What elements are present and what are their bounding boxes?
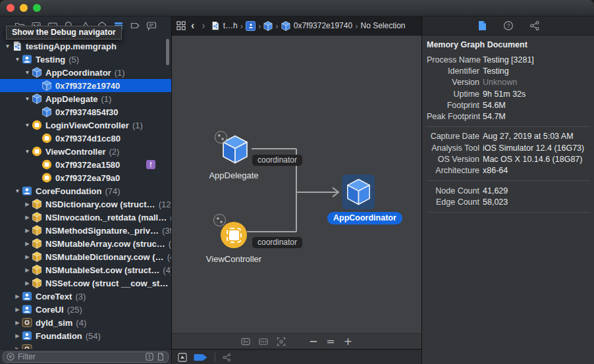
disclosure-triangle[interactable]: ▶ (24, 253, 31, 260)
issue-badge[interactable]: ! (146, 160, 155, 169)
filter-input[interactable]: Filter (3, 351, 169, 363)
back-button[interactable]: ‹ (191, 20, 194, 31)
tree-item-0x7f9372ea1580[interactable]: 0x7f9372ea1580! (0, 158, 171, 171)
tree-item-nsmutabledictionary-cow[interactable]: ▶NSMutableDictionary.cow (…(4) (0, 250, 171, 263)
cube-yellow-icon (32, 278, 42, 288)
tree-item-0x7f9374854f30[interactable]: 0x7f9374854f30 (0, 105, 171, 118)
memory-graph-icon[interactable] (222, 353, 232, 362)
tree-item-label: 0x7f9374d1cc80 (55, 134, 121, 143)
tree-item-appdelegate[interactable]: ▼AppDelegate(1) (0, 92, 171, 105)
tree-item-0x7f9372ea79a0[interactable]: 0x7f9372ea79a0 (0, 171, 171, 184)
disclosure-triangle[interactable]: ▶ (24, 227, 31, 234)
filter-bar: Filter (0, 349, 171, 364)
disclosure-triangle[interactable]: ▶ (14, 293, 21, 299)
disclosure-triangle[interactable]: ▶ (24, 267, 31, 273)
minimize-window-button[interactable] (20, 4, 28, 12)
xcode-memory-graph-window: Show the Debug navigator ▼testingApp.mem… (0, 0, 594, 364)
tree-item-0x7f9372e19740[interactable]: 0x7f9372e19740 (0, 79, 171, 92)
disclosure-triangle[interactable]: ▼ (24, 69, 31, 76)
tree-item-label: CoreText (36, 292, 72, 301)
breadcrumb-address[interactable]: 0x7f9372e19740 (294, 21, 352, 30)
zoom-window-button[interactable] (33, 4, 41, 12)
inspector-row-value: Mac OS X 10.14.6 (18G87) (483, 155, 582, 164)
tree-item-coretext[interactable]: ▶CoreText(3) (0, 290, 171, 303)
file-filter-icon[interactable] (157, 353, 165, 361)
disclosure-triangle[interactable]: ▼ (24, 95, 31, 102)
hide-debug-area-icon[interactable] (178, 353, 187, 362)
breadcrumb-document[interactable]: t…h (223, 21, 238, 30)
tree-item-appcoordinator[interactable]: ▼AppCoordinator(1) (0, 66, 171, 79)
debug-navigator-tooltip: Show the Debug navigator (6, 26, 122, 39)
zoom-out-button[interactable]: − (309, 336, 317, 347)
node-appdelegate[interactable] (222, 135, 248, 164)
issues-filter-icon[interactable] (146, 353, 153, 361)
breakpoint-navigator-button[interactable] (129, 20, 140, 32)
tree-item-viewcontroller[interactable]: ▼ViewController(2) (0, 145, 171, 158)
sidebar-scrollbar[interactable] (166, 39, 169, 65)
tree-item-dyld-sim[interactable]: ▶dyld_sim(4) (0, 316, 171, 329)
inspector-row-edge-count: Edge Count58,023 (427, 196, 590, 207)
node-viewcontroller[interactable] (221, 222, 247, 248)
disclosure-triangle[interactable]: ▶ (24, 201, 31, 207)
related-items-icon[interactable] (176, 21, 186, 30)
zoom-in-button[interactable]: + (344, 336, 352, 347)
breadcrumb-instance-icon (281, 21, 290, 31)
disclosure-triangle[interactable]: ▼ (14, 188, 21, 194)
tree-item-coreui[interactable]: ▶CoreUI(25) (0, 303, 171, 316)
cube-icon (346, 178, 371, 205)
tree-item-testingapp-memgraph[interactable]: ▼testingApp.memgraph (0, 39, 171, 53)
disclosure-triangle[interactable]: ▶ (24, 214, 31, 221)
breadcrumb-class-icon[interactable] (263, 21, 273, 31)
tree-item-nsdictionary-cow-struct[interactable]: ▶NSDictionary.cow (struct…(12) (0, 197, 171, 211)
tree-item-corefoundation[interactable]: ▼CoreFoundation(74) (0, 184, 171, 197)
inspector-row-identifier: IdentifierTesting (427, 65, 590, 76)
breadcrumb-no-selection[interactable]: No Selection (360, 21, 405, 30)
framework-icon (22, 54, 32, 65)
node-appcoordinator-selected[interactable] (342, 174, 375, 209)
disclosure-triangle[interactable]: ▶ (14, 306, 21, 313)
tree-item-0x7f9374d1cc80[interactable]: 0x7f9374d1cc80 (0, 132, 171, 145)
inspector-row-label: Peak Footprint (427, 112, 483, 121)
disclosure-triangle[interactable]: ▶ (14, 332, 21, 339)
node-label-appcoordinator[interactable]: AppCoordinator (327, 212, 402, 224)
file-inspector-tab[interactable] (477, 20, 487, 31)
tree-item-label: ViewController (45, 147, 106, 157)
tree-item-nsmethodsignature-priv[interactable]: ▶NSMethodSignature._priv…(39) (0, 224, 171, 237)
help-inspector-tab[interactable]: ? (503, 20, 514, 31)
memory-view-icon[interactable] (259, 337, 268, 346)
vc-icon (32, 120, 42, 130)
tree-item-nsmutablearray-cow-struc[interactable]: ▶NSMutableArray.cow (struc…(8) (0, 237, 171, 250)
tree-item-count: (4) (76, 318, 86, 328)
memory-graph-active-icon[interactable] (194, 353, 208, 362)
inspector-row-value: 54.7M (483, 112, 506, 121)
forward-button[interactable]: › (202, 20, 205, 31)
inspector-row-label: Node Count (427, 186, 483, 195)
breadcrumb-process-icon[interactable] (246, 21, 256, 31)
tree-item-nsset-cow-struct-cow-st[interactable]: ▶NSSet.cow (struct __cow_st…(3) (0, 276, 171, 290)
tree-item-foundation[interactable]: ▶Foundation(54) (0, 329, 171, 342)
inspector-row-process-name: Process NameTesting [3281] (427, 54, 590, 65)
tree-item-label: NSInvocation._retdata (mall… (45, 213, 167, 222)
disclosure-triangle[interactable]: ▶ (24, 240, 31, 247)
tree-item-testing[interactable]: ▼Testing(5) (0, 53, 171, 66)
vc-icon (41, 133, 52, 143)
tree-item-nsmutableset-cow-struct[interactable]: ▶NSMutableSet.cow (struct…(4) (0, 263, 171, 276)
tree-item-loginviewcontroller[interactable]: ▼LoginViewController(1) (0, 118, 171, 132)
disclosure-triangle[interactable]: ▼ (14, 56, 21, 63)
expand-node-badge[interactable] (215, 131, 227, 143)
tree-item-nsinvocation-retdata-mall[interactable]: ▶NSInvocation._retdata (mall…(4) (0, 211, 171, 224)
zoom-actual-button[interactable]: = (326, 336, 335, 347)
expand-node-badge[interactable] (213, 214, 226, 226)
editor-area: ‹ › t…h › › › 0x7f9372e19740 › No Select… (172, 16, 421, 364)
disclosure-triangle[interactable]: ▼ (24, 122, 31, 128)
report-navigator-button[interactable] (146, 20, 157, 32)
disclosure-triangle[interactable]: ▶ (14, 319, 21, 326)
disclosure-triangle[interactable]: ▼ (4, 43, 11, 49)
memory-graph-canvas[interactable]: AppDelegate ViewController AppCoordinato… (172, 36, 421, 333)
disclosure-triangle[interactable]: ▼ (24, 148, 31, 155)
memory-graph-inspector-tab[interactable] (529, 20, 540, 31)
export-graph-icon[interactable] (241, 337, 250, 346)
focus-selection-icon[interactable] (277, 337, 286, 346)
close-window-button[interactable] (7, 4, 14, 12)
disclosure-triangle[interactable]: ▶ (24, 280, 31, 286)
